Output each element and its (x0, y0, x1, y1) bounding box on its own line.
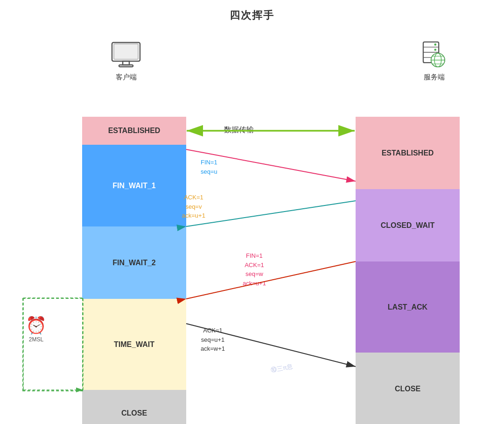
left-close-box: CLOSE (82, 390, 186, 424)
right-close-box: CLOSE (356, 353, 460, 424)
svg-rect-1 (114, 44, 138, 59)
time-wait-clock: ⏰ 2MSL (26, 316, 47, 343)
svg-point-9 (434, 49, 436, 51)
svg-rect-3 (119, 65, 133, 67)
left-established-box: ESTABLISHED (82, 117, 186, 145)
right-closed-wait-box: CLOSED_WAIT (356, 189, 460, 261)
monitor-icon (110, 41, 142, 69)
ack2-label: ACK=1 seq=u+1 ack=w+1 (201, 326, 225, 353)
server-icon-area: 服务端 (408, 41, 460, 82)
server-icon (418, 41, 450, 69)
page-title: 四次挥手 (0, 0, 504, 22)
fin2-ack-label: FIN=1 ACK=1 seq=w ack=u+1 (243, 251, 266, 288)
left-fin-wait-1-box: FIN_WAIT_1 (82, 145, 186, 226)
left-time-wait-box: TIME_WAIT (82, 299, 186, 390)
watermark: ⑩三π息 (270, 362, 294, 375)
fin1-label: FIN=1 seq=u (201, 158, 217, 176)
left-fin-wait-2-box: FIN_WAIT_2 (82, 226, 186, 299)
data-transfer-label: 数据传输 (224, 125, 254, 135)
svg-line-26 (186, 201, 356, 226)
right-established-box: ESTABLISHED (356, 117, 460, 189)
time-wait-dashed-border (22, 298, 83, 391)
svg-point-8 (434, 43, 436, 46)
ack1-label: ACK=1 seq=v ack=u+1 (182, 193, 205, 220)
diagram-container: 客户端 服务端 ESTABLISHED FIN_WA (0, 27, 504, 424)
right-last-ack-box: LAST_ACK (356, 261, 460, 353)
svg-line-27 (186, 261, 356, 299)
client-icon-area: 客户端 (100, 41, 152, 82)
